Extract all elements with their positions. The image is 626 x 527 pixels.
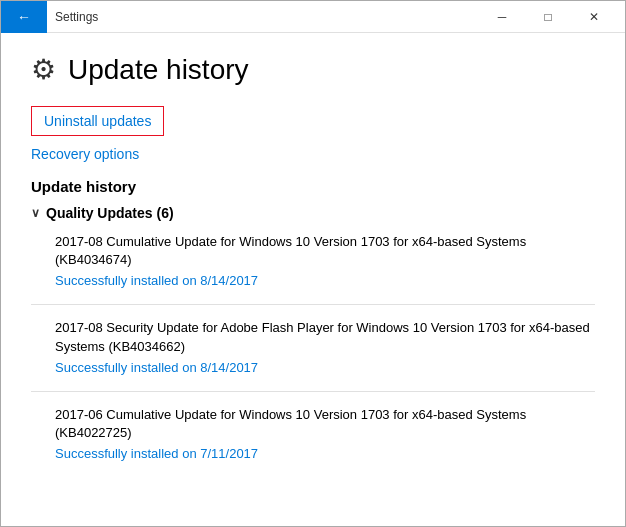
page-title: Update history xyxy=(68,54,249,86)
title-bar: ← Settings ─ □ ✕ xyxy=(1,1,625,33)
back-button[interactable]: ← xyxy=(1,1,47,33)
update-item-3: 2017-06 Cumulative Update for Windows 10… xyxy=(55,406,595,461)
update-item-1: 2017-08 Cumulative Update for Windows 10… xyxy=(55,233,595,288)
main-content: ⚙ Update history Uninstall updates Recov… xyxy=(1,33,625,526)
update-status-2[interactable]: Successfully installed on 8/14/2017 xyxy=(55,360,595,375)
close-button[interactable]: ✕ xyxy=(571,1,617,33)
update-status-1[interactable]: Successfully installed on 8/14/2017 xyxy=(55,273,595,288)
settings-gear-icon: ⚙ xyxy=(31,53,56,86)
action-links: Uninstall updates Recovery options xyxy=(31,106,595,162)
update-status-3[interactable]: Successfully installed on 7/11/2017 xyxy=(55,446,595,461)
recovery-options-link[interactable]: Recovery options xyxy=(31,146,595,162)
back-arrow-icon: ← xyxy=(17,9,31,25)
window-controls: ─ □ ✕ xyxy=(479,1,617,33)
settings-window: ← Settings ─ □ ✕ ⚙ Update history Uninst… xyxy=(0,0,626,527)
page-header: ⚙ Update history xyxy=(31,53,595,86)
title-bar-left: ← Settings xyxy=(1,1,98,33)
uninstall-updates-link[interactable]: Uninstall updates xyxy=(31,106,164,136)
quality-updates-group-header[interactable]: ∨ Quality Updates (6) xyxy=(31,205,595,221)
update-name-3: 2017-06 Cumulative Update for Windows 10… xyxy=(55,406,595,442)
group-label: Quality Updates (6) xyxy=(46,205,174,221)
update-history-section: Update history ∨ Quality Updates (6) 201… xyxy=(31,178,595,461)
update-item-2: 2017-08 Security Update for Adobe Flash … xyxy=(55,319,595,374)
update-name-2: 2017-08 Security Update for Adobe Flash … xyxy=(55,319,595,355)
update-name-1: 2017-08 Cumulative Update for Windows 10… xyxy=(55,233,595,269)
chevron-down-icon: ∨ xyxy=(31,206,40,220)
minimize-button[interactable]: ─ xyxy=(479,1,525,33)
maximize-button[interactable]: □ xyxy=(525,1,571,33)
section-title: Update history xyxy=(31,178,595,195)
window-title: Settings xyxy=(55,10,98,24)
divider-1 xyxy=(31,304,595,305)
divider-2 xyxy=(31,391,595,392)
